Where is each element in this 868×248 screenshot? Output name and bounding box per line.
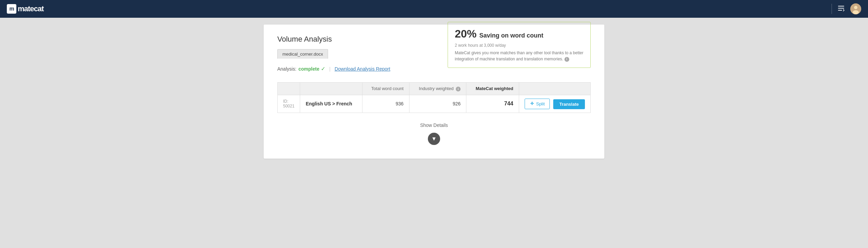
analysis-table-section: Total word count Industry weighted i Mat…	[277, 82, 591, 113]
nav-right	[832, 3, 861, 14]
chevron-down-icon: ▼	[431, 136, 437, 142]
app-name: matecat	[18, 4, 44, 13]
svg-rect-2	[838, 10, 842, 11]
th-total-word-count: Total word count	[362, 83, 409, 95]
translate-button[interactable]: Translate	[553, 99, 585, 109]
analysis-label: Analysis:	[277, 66, 296, 72]
row-lang-pair: English US > French	[300, 95, 362, 113]
svg-point-4	[854, 6, 857, 9]
th-id	[278, 83, 300, 95]
th-lang	[300, 83, 362, 95]
file-tab[interactable]: medical_corner.docx	[277, 49, 328, 59]
savings-title: Saving on word count	[479, 32, 543, 39]
nav-menu-icon[interactable]	[837, 4, 845, 14]
table-row: ID: 50021 English US > French 936 926 74…	[278, 95, 591, 113]
svg-point-5	[853, 10, 859, 14]
savings-percent: 20%	[455, 28, 477, 40]
th-industry-weighted: Industry weighted i	[409, 83, 466, 95]
logo-icon: m	[7, 4, 16, 14]
top-navigation: m matecat	[0, 0, 868, 18]
row-id: ID: 50021	[278, 95, 300, 113]
analysis-status-row: Analysis: complete ✓ | Download Analysis…	[277, 65, 448, 72]
svg-rect-0	[838, 6, 844, 6]
savings-box: 20% Saving on word count 2 work hours at…	[448, 22, 591, 68]
main-card: Volume Analysis 20% Saving on word count…	[264, 25, 604, 159]
row-matecat-weighted: 744	[466, 95, 519, 113]
industry-weighted-info-icon[interactable]: i	[456, 87, 461, 91]
download-analysis-link[interactable]: Download Analysis Report	[335, 66, 390, 72]
show-details-button[interactable]: ▼	[428, 133, 440, 145]
savings-header: 20% Saving on word count	[455, 28, 584, 40]
nav-divider	[832, 4, 832, 14]
savings-description: MateCat gives you more matches than any …	[455, 50, 584, 62]
row-actions: Split Translate	[519, 95, 590, 113]
analysis-row-divider: |	[329, 66, 331, 72]
table-header-row: Total word count Industry weighted i Mat…	[278, 83, 591, 95]
split-icon	[530, 101, 534, 107]
th-actions	[519, 83, 590, 95]
split-button[interactable]: Split	[525, 99, 550, 109]
th-matecat-weighted: MateCat weighted	[466, 83, 519, 95]
show-details-section: Show Details ▼	[277, 122, 591, 145]
analysis-status-value: complete	[298, 66, 319, 72]
analysis-check-icon: ✓	[321, 65, 325, 72]
avatar[interactable]	[850, 3, 861, 14]
svg-point-6	[531, 103, 533, 104]
show-details-label: Show Details	[277, 122, 591, 128]
savings-info-icon[interactable]: i	[564, 57, 569, 62]
svg-rect-1	[838, 8, 844, 9]
row-industry-weighted: 926	[409, 95, 466, 113]
savings-subtitle: 2 work hours at 3,000 w/day	[455, 43, 584, 48]
page-content: Volume Analysis 20% Saving on word count…	[0, 0, 868, 172]
analysis-table: Total word count Industry weighted i Mat…	[277, 82, 591, 113]
app-logo[interactable]: m matecat	[7, 4, 44, 14]
row-total-word-count: 936	[362, 95, 409, 113]
